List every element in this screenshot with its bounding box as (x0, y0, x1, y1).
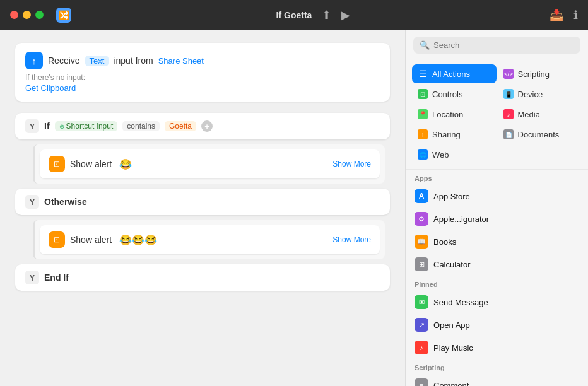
no-input-label: If there's no input: (25, 73, 380, 82)
action-item-app-store[interactable]: A App Store (406, 185, 588, 208)
sidebar-content: Apps A App Store ⚙ Apple...igurator 📖 Bo… (406, 170, 588, 386)
categories-grid: ☰ All Actions </> Scripting ⊡ Controls 📱 (406, 59, 588, 170)
svg-text:📱: 📱 (505, 91, 512, 98)
add-action-button[interactable]: 📥 (550, 8, 563, 22)
svg-text:📍: 📍 (419, 110, 427, 119)
scripting-icon: </> (503, 68, 514, 79)
search-icon: 🔍 (420, 40, 430, 50)
pinned-section-header: Pinned (406, 276, 588, 291)
send-message-label: Send Message (433, 298, 488, 307)
otherwise-card: Y Otherwise (15, 189, 390, 215)
receive-label: Receive (48, 56, 80, 66)
play-music-icon: ♪ (415, 341, 428, 354)
add-condition-button[interactable]: + (201, 120, 213, 132)
category-device[interactable]: 📱 Device (498, 85, 582, 103)
show-alert-1-card: ⊡ Show alert 😂 Show More (40, 149, 380, 178)
share-sheet-link[interactable]: Share Sheet (158, 56, 204, 66)
action-item-open-app[interactable]: ↗ Open App (406, 313, 588, 336)
category-documents[interactable]: 📄 Documents (498, 125, 582, 144)
show-alert-1-emoji: 😂 (119, 158, 132, 170)
traffic-lights (10, 11, 44, 19)
text-token[interactable]: Text (85, 56, 109, 66)
run-button[interactable]: ▶ (341, 8, 350, 22)
end-if-icon: Y (25, 271, 39, 284)
web-label: Web (432, 150, 449, 160)
get-clipboard-link[interactable]: Get Clipboard (25, 83, 380, 93)
search-input[interactable] (433, 40, 574, 50)
apps-section-header: Apps (406, 170, 588, 185)
books-icon: 📖 (415, 235, 428, 249)
send-message-icon: ✉ (415, 295, 428, 309)
category-controls[interactable]: ⊡ Controls (412, 85, 497, 103)
info-button[interactable]: ℹ (573, 8, 578, 22)
category-location[interactable]: 📍 Location (412, 105, 497, 124)
otherwise-icon: Y (25, 195, 39, 209)
share-button[interactable]: ⬆ (322, 8, 331, 22)
shortcut-input-token[interactable]: ⊕ Shortcut Input (55, 121, 118, 131)
all-actions-icon: ☰ (417, 68, 428, 79)
goetta-token[interactable]: Goetta (165, 121, 196, 131)
svg-text:Y: Y (30, 198, 35, 207)
controls-icon: ⊡ (417, 88, 428, 100)
close-button[interactable] (10, 11, 18, 19)
actions-sidebar: 🔍 ☰ All Actions </> Scripting ⊡ (405, 30, 588, 386)
svg-text:⊡: ⊡ (420, 91, 425, 98)
search-box[interactable]: 🔍 (413, 37, 580, 54)
receive-row: ↑ Receive Text input from Share Sheet (25, 52, 380, 69)
calculator-label: Calculator (433, 260, 471, 269)
end-if-card: Y End If (15, 264, 390, 291)
show-alert-2-label: Show alert (70, 235, 112, 245)
show-alert-1-label: Show alert (70, 159, 112, 169)
show-alert-2-emoji: 😂😂😂 (119, 234, 157, 246)
svg-text:🌐: 🌐 (420, 151, 427, 159)
sharing-label: Sharing (432, 130, 461, 139)
svg-text:♪: ♪ (507, 111, 510, 118)
action-item-send-message[interactable]: ✉ Send Message (406, 291, 588, 313)
maximize-button[interactable] (35, 11, 44, 19)
action-item-apple-configurator[interactable]: ⚙ Apple...igurator (406, 208, 588, 230)
open-app-label: Open App (433, 320, 470, 330)
action-item-books[interactable]: 📖 Books (406, 230, 588, 253)
comment-icon: ≡ (415, 378, 428, 386)
if-card: Y If ⊕ Shortcut Input contains Goetta + (15, 113, 390, 139)
minimize-button[interactable] (23, 11, 31, 19)
contains-token[interactable]: contains (122, 121, 160, 131)
action-item-calculator[interactable]: ⊞ Calculator (406, 253, 588, 276)
documents-icon: 📄 (503, 129, 514, 140)
main-content: ↑ Receive Text input from Share Sheet If… (0, 30, 588, 386)
shortcut-input-label: Shortcut Input (66, 122, 114, 131)
if-icon: Y (25, 119, 39, 133)
divider-1 (203, 107, 203, 113)
category-all-actions[interactable]: ☰ All Actions (412, 64, 497, 83)
scripting-section-header: Scripting (406, 359, 588, 374)
app-icon: 🔀 (56, 8, 71, 23)
category-web[interactable]: 🌐 Web (412, 145, 497, 164)
controls-label: Controls (432, 90, 462, 99)
show-alert-2-card: ⊡ Show alert 😂😂😂 Show More (40, 225, 380, 254)
end-if-label: End If (44, 272, 69, 283)
if-label: If (44, 121, 50, 131)
if-row: Y If ⊕ Shortcut Input contains Goetta + (25, 119, 380, 133)
svg-text:</>: </> (503, 71, 513, 78)
action-item-play-music[interactable]: ♪ Play Music (406, 336, 588, 359)
show-more-2-button[interactable]: Show More (332, 235, 371, 244)
books-label: Books (433, 237, 456, 247)
receive-card: ↑ Receive Text input from Share Sheet If… (15, 43, 390, 102)
input-from-label: input from (114, 56, 153, 66)
category-sharing[interactable]: ↑ Sharing (412, 125, 497, 144)
show-more-1-button[interactable]: Show More (332, 160, 371, 168)
web-icon: 🌐 (417, 149, 428, 160)
category-media[interactable]: ♪ Media (498, 105, 582, 124)
titlebar: 🔀 If Goetta ⬆ ▶ 📥 ℹ (0, 0, 588, 30)
action-item-comment[interactable]: ≡ Comment (406, 374, 588, 386)
workflow-canvas: ↑ Receive Text input from Share Sheet If… (0, 30, 405, 386)
open-app-icon: ↗ (415, 318, 428, 332)
svg-text:↑: ↑ (421, 131, 425, 138)
sharing-icon: ↑ (417, 129, 428, 140)
category-scripting[interactable]: </> Scripting (498, 64, 582, 83)
show-alert-1-left: ⊡ Show alert 😂 (49, 156, 132, 172)
all-actions-label: All Actions (432, 69, 470, 79)
app-store-label: App Store (433, 192, 470, 201)
svg-text:Y: Y (30, 274, 35, 283)
media-icon: ♪ (503, 108, 514, 120)
